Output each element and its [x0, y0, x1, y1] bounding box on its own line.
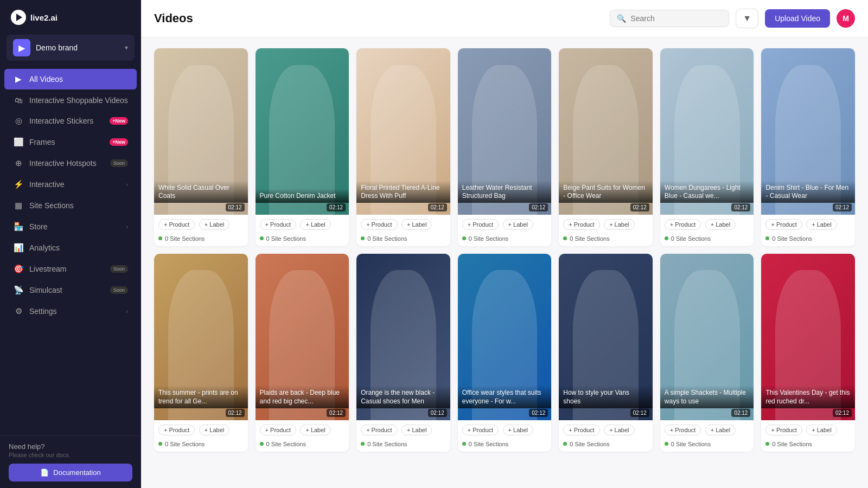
filter-button[interactable]: ▼	[736, 9, 758, 28]
product-button[interactable]: + Product	[260, 219, 296, 230]
site-sections-dot	[158, 236, 162, 240]
video-card[interactable]: This Valentines Day - get this red ruche…	[761, 254, 855, 452]
video-duration: 02:12	[630, 409, 649, 417]
sidebar-item-interactive[interactable]: ⚡ Interactive ›	[4, 174, 137, 195]
label-button[interactable]: + Label	[503, 425, 533, 435]
sidebar-label-analytics: Analytics	[29, 243, 128, 252]
sidebar-item-livestream[interactable]: 🎯 Livestream Soon	[4, 259, 137, 279]
label-button[interactable]: + Label	[199, 425, 229, 435]
video-duration: 02:12	[833, 409, 852, 417]
video-thumbnail[interactable]: This summer - prints are on trend for al…	[154, 254, 248, 420]
documentation-button[interactable]: 📄 Documentation	[9, 464, 132, 481]
video-actions: + Product + Label	[458, 215, 552, 234]
product-button[interactable]: + Product	[462, 425, 499, 435]
video-thumbnail[interactable]: Women Dungarees - Light Blue - Casual we…	[660, 48, 754, 215]
product-button[interactable]: + Product	[158, 219, 195, 230]
label-button[interactable]: + Label	[806, 219, 837, 230]
label-button[interactable]: + Label	[300, 219, 330, 230]
video-actions: + Product + Label	[559, 215, 653, 234]
video-thumbnail[interactable]: Orange is the new black - Casual shoes f…	[356, 254, 450, 420]
video-card[interactable]: White Solid Casual Over Coats 02:12 + Pr…	[154, 48, 248, 246]
product-button[interactable]: + Product	[563, 219, 599, 230]
label-button[interactable]: + Label	[806, 425, 837, 435]
sidebar-item-simulcast[interactable]: 📡 Simulcast Soon	[4, 280, 137, 300]
label-button[interactable]: + Label	[401, 219, 432, 230]
sidebar-item-store[interactable]: 🏪 Store ›	[4, 216, 137, 237]
hotspots-soon-badge: Soon	[110, 159, 128, 167]
video-thumbnail[interactable]: Beige Pant Suits for Women - Office Wear…	[559, 48, 653, 215]
sidebar-item-hotspots[interactable]: ⊕ Interactive Hotspots Soon	[4, 153, 137, 174]
site-sections-row: 0 Site Sections	[458, 440, 552, 452]
label-button[interactable]: + Label	[401, 425, 432, 435]
video-card[interactable]: Denim Shirt - Blue - For Men - Casual We…	[761, 48, 855, 246]
top-bar: Videos 🔍 ▼ Upload Video M	[141, 0, 868, 37]
product-button[interactable]: + Product	[462, 219, 499, 230]
video-card[interactable]: Beige Pant Suits for Women - Office Wear…	[559, 48, 653, 246]
site-sections-count: 0 Site Sections	[367, 235, 407, 242]
label-button[interactable]: + Label	[705, 219, 736, 230]
sidebar-item-all-videos[interactable]: ▶ All Videos	[4, 69, 137, 89]
label-button[interactable]: + Label	[604, 425, 634, 435]
product-button[interactable]: + Product	[765, 425, 802, 435]
video-actions: + Product + Label	[356, 420, 450, 440]
video-card[interactable]: Orange is the new black - Casual shoes f…	[356, 254, 450, 452]
product-button[interactable]: + Product	[665, 425, 701, 435]
site-sections-dot	[462, 442, 466, 446]
sidebar-item-site-sections[interactable]: ▦ Site Sections	[4, 195, 137, 216]
product-button[interactable]: + Product	[765, 219, 802, 230]
video-card[interactable]: Plaids are back - Deep blue and red big …	[256, 254, 349, 452]
sidebar-item-analytics[interactable]: 📊 Analytics	[4, 237, 137, 258]
sidebar-item-settings[interactable]: ⚙ Settings ›	[4, 301, 137, 322]
video-thumbnail[interactable]: Pure Cotton Denim Jacket 02:12	[256, 48, 349, 215]
product-button[interactable]: + Product	[665, 219, 701, 230]
product-button[interactable]: + Product	[563, 425, 599, 435]
video-thumbnail[interactable]: Office wear styles that suits everyone -…	[458, 254, 552, 420]
site-sections-count: 0 Site Sections	[165, 235, 205, 242]
product-button[interactable]: + Product	[361, 219, 397, 230]
video-thumbnail[interactable]: A simple Shackets - Multiple ways to use…	[660, 254, 754, 420]
label-button[interactable]: + Label	[604, 219, 634, 230]
video-card[interactable]: Leather Water Resistant Structured Bag 0…	[458, 48, 552, 246]
video-duration: 02:12	[327, 409, 346, 417]
page-title: Videos	[154, 11, 193, 25]
video-card[interactable]: Floral Printed Tiered A-Line Dress With …	[356, 48, 450, 246]
site-sections-row: 0 Site Sections	[660, 440, 754, 452]
video-title: Beige Pant Suits for Women - Office Wear	[559, 181, 653, 203]
settings-icon: ⚙	[13, 306, 24, 316]
product-button[interactable]: + Product	[361, 425, 397, 435]
filter-icon: ▼	[743, 14, 751, 23]
video-thumbnail[interactable]: Plaids are back - Deep blue and red big …	[256, 254, 349, 420]
video-thumbnail[interactable]: Leather Water Resistant Structured Bag 0…	[458, 48, 552, 215]
sidebar-item-shoppable[interactable]: 🛍 Interactive Shoppable Videos	[4, 90, 137, 110]
video-thumbnail[interactable]: This Valentines Day - get this red ruche…	[761, 254, 855, 420]
video-card[interactable]: A simple Shackets - Multiple ways to use…	[660, 254, 754, 452]
sidebar-label-hotspots: Interactive Hotspots	[29, 159, 105, 168]
video-thumbnail[interactable]: How to style your Vans shoes 02:12	[559, 254, 653, 420]
label-button[interactable]: + Label	[503, 219, 533, 230]
sidebar-item-frames[interactable]: ⬜ Frames +New	[4, 132, 137, 152]
video-thumbnail[interactable]: Floral Printed Tiered A-Line Dress With …	[356, 48, 450, 215]
store-arrow-icon: ›	[126, 223, 128, 230]
product-button[interactable]: + Product	[158, 425, 195, 435]
upload-video-button[interactable]: Upload Video	[765, 9, 830, 28]
video-card[interactable]: Office wear styles that suits everyone -…	[458, 254, 552, 452]
product-button[interactable]: + Product	[260, 425, 296, 435]
sidebar-item-stickers[interactable]: ◎ Interactive Stickers +New	[4, 111, 137, 131]
label-button[interactable]: + Label	[300, 425, 330, 435]
video-card[interactable]: Pure Cotton Denim Jacket 02:12 + Product…	[256, 48, 349, 246]
video-thumbnail[interactable]: White Solid Casual Over Coats 02:12	[154, 48, 248, 215]
site-sections-row: 0 Site Sections	[154, 234, 248, 246]
label-button[interactable]: + Label	[199, 219, 229, 230]
label-button[interactable]: + Label	[705, 425, 736, 435]
video-card[interactable]: How to style your Vans shoes 02:12 + Pro…	[559, 254, 653, 452]
brand-selector[interactable]: ▶ Demo brand ▾	[7, 35, 135, 61]
video-actions: + Product + Label	[356, 215, 450, 234]
video-title: Plaids are back - Deep blue and red big …	[256, 386, 349, 408]
video-card[interactable]: This summer - prints are on trend for al…	[154, 254, 248, 452]
site-sections-row: 0 Site Sections	[256, 440, 349, 452]
video-thumbnail[interactable]: Denim Shirt - Blue - For Men - Casual We…	[761, 48, 855, 215]
search-input[interactable]	[630, 14, 706, 23]
video-card[interactable]: Women Dungarees - Light Blue - Casual we…	[660, 48, 754, 246]
hotspots-icon: ⊕	[13, 158, 24, 168]
site-sections-dot	[563, 442, 567, 446]
